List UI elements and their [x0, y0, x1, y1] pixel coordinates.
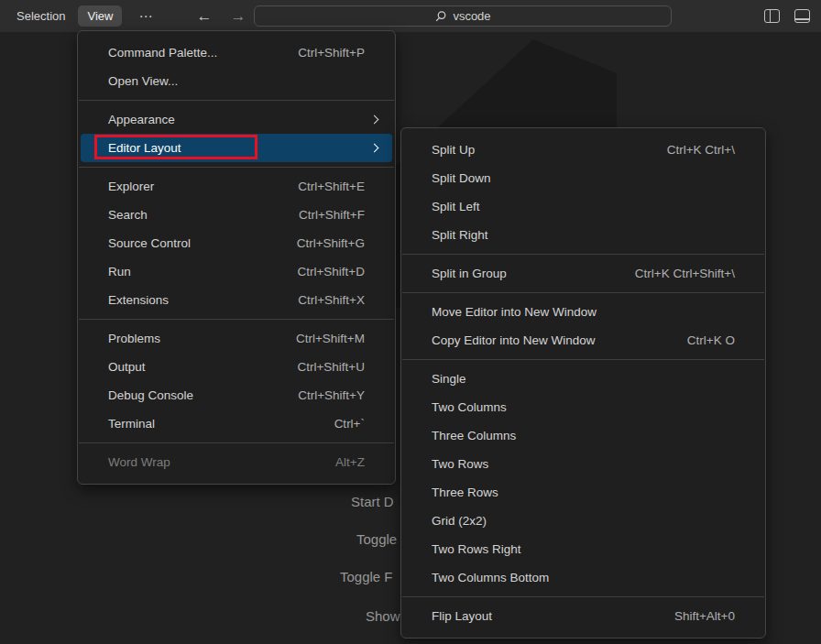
menu-item-word-wrap[interactable]: Word WrapAlt+Z [81, 448, 392, 476]
menu-item-search[interactable]: SearchCtrl+Shift+F [81, 201, 392, 229]
background-hint-text: Toggle [356, 531, 397, 547]
menu-item-label: Run [108, 265, 131, 278]
menu-separator [402, 254, 764, 255]
menu-item-output[interactable]: OutputCtrl+Shift+U [81, 353, 392, 381]
menu-item-label: Two Rows Right [432, 542, 521, 556]
background-hint-text: Start D [351, 494, 394, 509]
chevron-right-icon [370, 143, 379, 152]
menu-item-shortcut: Ctrl+K O [687, 333, 735, 347]
editor-layout-submenu: Split UpCtrl+K Ctrl+\Split DownSplit Lef… [400, 127, 766, 639]
menu-item-source-control[interactable]: Source ControlCtrl+Shift+G [81, 229, 392, 257]
menu-item-label: Search [108, 208, 148, 222]
menu-item-label: Grid (2x2) [432, 514, 487, 528]
menu-item-label: Single [432, 372, 466, 386]
menu-item-label: Extensions [108, 293, 169, 307]
menu-item-label: Problems [108, 332, 160, 345]
menu-separator [79, 100, 394, 101]
toggle-sidebar-icon[interactable] [764, 9, 780, 23]
menu-item-label: Source Control [108, 236, 191, 250]
menu-item-label: Split in Group [432, 267, 507, 280]
menu-item-problems[interactable]: ProblemsCtrl+Shift+M [81, 324, 392, 353]
menu-item-two-rows[interactable]: Two Rows [404, 450, 762, 478]
menu-item-label: Output [108, 360, 146, 374]
menu-item-shortcut: Ctrl+Shift+G [297, 236, 365, 250]
menu-item-label: Split Up [432, 143, 475, 157]
menu-item-split-in-group[interactable]: Split in GroupCtrl+K Ctrl+Shift+\ [404, 259, 762, 288]
menu-item-run[interactable]: RunCtrl+Shift+D [81, 257, 392, 286]
menu-item-move-editor-into-new-window[interactable]: Move Editor into New Window [404, 298, 762, 326]
menu-item-three-columns[interactable]: Three Columns [404, 421, 762, 450]
menu-separator [79, 167, 394, 168]
menu-item-label: Command Palette... [108, 46, 217, 60]
menu-item-editor-layout[interactable]: Editor Layout [81, 134, 392, 162]
menu-item-label: Two Columns Bottom [432, 571, 549, 584]
background-hint-text: Toggle F [340, 569, 393, 584]
menu-separator [402, 292, 764, 293]
menu-item-two-columns[interactable]: Two Columns [404, 393, 762, 421]
menu-item-command-palette[interactable]: Command Palette...Ctrl+Shift+P [81, 38, 392, 67]
menu-item-label: Explorer [108, 180, 154, 193]
menu-item-shortcut: Ctrl+Shift+M [296, 332, 365, 345]
menu-item-terminal[interactable]: TerminalCtrl+` [81, 409, 392, 438]
menu-item-shortcut: Ctrl+Shift+X [298, 293, 365, 307]
menu-item-debug-console[interactable]: Debug ConsoleCtrl+Shift+Y [81, 381, 392, 409]
menu-separator [79, 442, 394, 443]
title-bar: Selection View ⋯ ← → vscode [0, 0, 821, 32]
menu-item-flip-layout[interactable]: Flip LayoutShift+Alt+0 [404, 602, 762, 630]
back-arrow-icon[interactable]: ← [196, 8, 212, 24]
menu-item-label: Editor Layout [108, 141, 181, 155]
menu-item-two-columns-bottom[interactable]: Two Columns Bottom [404, 563, 762, 592]
menu-item-copy-editor-into-new-window[interactable]: Copy Editor into New WindowCtrl+K O [404, 326, 762, 355]
menu-item-label: Three Rows [432, 486, 498, 499]
menu-item-split-right[interactable]: Split Right [404, 221, 762, 249]
layout-controls [764, 0, 810, 32]
menubar-more-button[interactable]: ⋯ [129, 5, 163, 28]
menu-item-label: Debug Console [108, 388, 193, 402]
menu-separator [79, 319, 394, 320]
menu-item-appearance[interactable]: Appearance [81, 105, 392, 134]
menu-item-shortcut: Alt+Z [335, 455, 365, 469]
menu-separator [402, 596, 764, 597]
menu-item-shortcut: Ctrl+Shift+Y [298, 388, 365, 402]
menu-item-shortcut: Ctrl+Shift+D [297, 265, 365, 278]
menu-item-shortcut: Ctrl+Shift+F [299, 208, 365, 222]
menu-item-shortcut: Ctrl+` [334, 417, 365, 431]
menu-item-three-rows[interactable]: Three Rows [404, 478, 762, 507]
menu-item-label: Split Right [432, 228, 488, 242]
menu-item-label: Two Columns [432, 400, 507, 414]
menu-item-label: Flip Layout [432, 609, 492, 623]
menu-item-single[interactable]: Single [404, 365, 762, 393]
menu-item-label: Word Wrap [108, 455, 170, 469]
forward-arrow-icon[interactable]: → [230, 8, 246, 24]
menu-item-shortcut: Shift+Alt+0 [674, 609, 735, 623]
toggle-panel-icon[interactable] [794, 9, 810, 23]
menu-item-shortcut: Ctrl+Shift+E [298, 180, 365, 193]
menu-item-label: Split Down [432, 171, 491, 185]
menu-item-shortcut: Ctrl+K Ctrl+Shift+\ [635, 267, 735, 280]
menu-item-label: Two Rows [432, 457, 488, 471]
menu-item-shortcut: Ctrl+Shift+P [298, 46, 365, 60]
menu-item-split-down[interactable]: Split Down [404, 164, 762, 192]
menu-item-open-view[interactable]: Open View... [81, 67, 392, 95]
menu-item-label: Three Columns [432, 429, 516, 442]
menu-item-split-left[interactable]: Split Left [404, 192, 762, 221]
menu-item-label: Appearance [108, 113, 175, 126]
menubar-item-selection[interactable]: Selection [7, 5, 74, 27]
command-center[interactable]: vscode [254, 5, 672, 27]
menu-item-explorer[interactable]: ExplorerCtrl+Shift+E [81, 172, 392, 201]
background-hint-text: Show [366, 608, 400, 624]
menubar-item-view[interactable]: View [78, 5, 122, 27]
menu-item-shortcut: Ctrl+Shift+U [297, 360, 365, 374]
menu-item-shortcut: Ctrl+K Ctrl+\ [667, 143, 735, 157]
menu-item-label: Copy Editor into New Window [432, 333, 596, 347]
menu-item-label: Move Editor into New Window [432, 305, 597, 319]
menu-item-two-rows-right[interactable]: Two Rows Right [404, 535, 762, 563]
command-center-value: vscode [453, 9, 490, 23]
menu-item-split-up[interactable]: Split UpCtrl+K Ctrl+\ [404, 136, 762, 164]
view-menu: Command Palette...Ctrl+Shift+POpen View.… [77, 30, 396, 485]
menu-item-grid-2x2[interactable]: Grid (2x2) [404, 507, 762, 535]
menu-item-label: Terminal [108, 417, 155, 431]
menu-item-label: Split Left [432, 200, 480, 213]
chevron-right-icon [370, 115, 379, 124]
menu-item-extensions[interactable]: ExtensionsCtrl+Shift+X [81, 286, 392, 314]
